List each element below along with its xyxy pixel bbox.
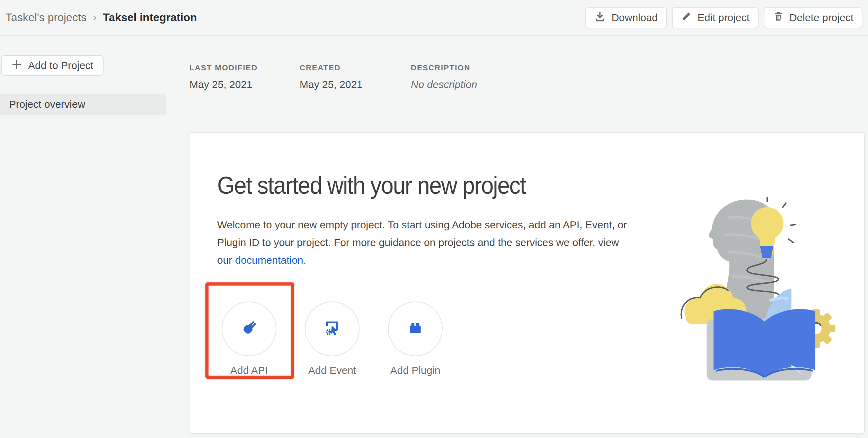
card-title: Get started with your new project [217,172,525,199]
edit-project-button[interactable]: Edit project [672,7,759,28]
add-to-project-label: Add to Project [28,60,93,71]
meta-last-modified-label: LAST MODIFIED [189,63,258,72]
add-plugin-tile[interactable]: Add Plugin [374,301,457,376]
plug-icon [240,319,258,339]
chevron-right-icon: › [93,10,97,24]
breadcrumb-parent-link[interactable]: Taskel's projects [6,11,87,24]
meta-description-label: DESCRIPTION [411,63,477,72]
project-illustration [676,197,835,385]
add-api-circle[interactable] [222,301,276,356]
header-actions: Download Edit project Delete project [585,7,862,28]
download-icon [594,10,606,25]
plus-icon [11,59,22,72]
add-event-circle[interactable] [305,301,360,356]
get-started-card: Get started with your new project Welcom… [189,132,865,434]
meta-description-value: No description [411,79,477,90]
meta-created: CREATED May 25, 2021 [300,63,363,90]
header-bar: Taskel's projects › Taksel integration D… [0,0,868,36]
meta-last-modified-value: May 25, 2021 [189,79,258,90]
add-api-tile[interactable]: Add API [207,301,291,376]
delete-project-button-label: Delete project [789,12,853,24]
add-to-project-button[interactable]: Add to Project [1,55,104,76]
plugin-brick-icon [406,319,425,339]
intro-line-3: our [217,254,235,266]
meta-created-label: CREATED [300,63,363,72]
meta-last-modified: LAST MODIFIED May 25, 2021 [189,63,258,90]
add-plugin-label: Add Plugin [374,365,457,376]
pencil-icon [681,11,692,24]
add-api-label: Add API [207,365,291,376]
intro-line-1: Welcome to your new empty project. To st… [217,219,627,230]
meta-description: DESCRIPTION No description [411,63,477,90]
download-button[interactable]: Download [585,7,666,28]
download-button-label: Download [611,12,657,24]
edit-project-button-label: Edit project [698,12,750,24]
add-event-label: Add Event [291,365,374,376]
add-event-tile[interactable]: Add Event [291,301,374,376]
intro-line-2: Plugin ID to your project. For more guid… [217,237,619,248]
event-cursor-icon [323,319,342,339]
sidebar-item-label: Project overview [9,98,85,110]
trash-icon [773,11,784,24]
add-plugin-circle[interactable] [388,301,443,356]
card-intro-text: Welcome to your new empty project. To st… [217,216,664,269]
delete-project-button[interactable]: Delete project [764,7,862,28]
documentation-link[interactable]: documentation. [235,254,306,266]
meta-created-value: May 25, 2021 [300,79,363,90]
sidebar-item-project-overview[interactable]: Project overview [0,94,166,115]
breadcrumb: Taskel's projects › Taksel integration [6,11,197,24]
breadcrumb-current: Taksel integration [103,11,197,24]
